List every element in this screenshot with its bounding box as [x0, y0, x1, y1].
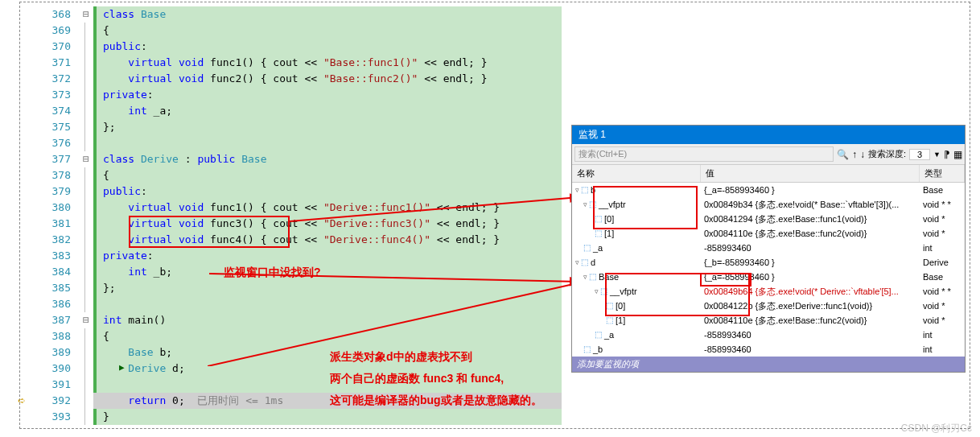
watch-name: b [591, 183, 595, 197]
line-number: 371 [31, 55, 71, 71]
watch-type: void * * [920, 284, 965, 299]
fold-bar [84, 409, 93, 425]
watch-type: Derive [920, 255, 965, 270]
code-line[interactable]: { [100, 23, 562, 39]
watermark: CSDN @利刃Cc [901, 422, 972, 435]
line-number: 373 [31, 87, 71, 103]
watch-row[interactable]: ⬚[1]0x0084110e {多态.exe!Base::func2(void)… [572, 226, 965, 241]
fold-bar [84, 296, 93, 312]
code-line[interactable]: class Base [100, 6, 562, 23]
code-line[interactable] [100, 296, 562, 312]
code-line[interactable]: virtual void func1() { cout << "Base::fu… [100, 55, 562, 71]
line-number: 390 [31, 361, 71, 377]
watch-value: 0x0084122b {多态.exe!Derive::func1(void)} [701, 299, 920, 313]
code-line[interactable]: }; [100, 119, 562, 135]
watch-row[interactable]: ⬚_b-858993460int [572, 342, 965, 357]
watch-name: [0] [616, 299, 625, 313]
depth-input[interactable] [909, 149, 930, 160]
watch-name: [1] [616, 313, 625, 328]
watch-type: void * [920, 313, 965, 328]
expand-icon[interactable]: ▿ [595, 284, 599, 299]
watch-type: int [920, 328, 965, 342]
code-line[interactable]: class Derive : public Base [100, 151, 562, 167]
watch-row[interactable]: ▿⬚__vfptr0x00849b34 {多态.exe!void(* Base:… [572, 197, 965, 212]
cube-icon: ⬚ [583, 241, 591, 255]
watch-name: Base [599, 270, 619, 284]
next-icon[interactable]: ↓ [860, 149, 865, 160]
code-line[interactable]: int _b; [100, 264, 562, 280]
code-line[interactable]: } [100, 409, 562, 425]
code-line[interactable]: { [100, 328, 562, 344]
expand-icon[interactable]: ▿ [583, 197, 587, 212]
watch-row[interactable]: ▿⬚d{_b=-858993460 }Derive [572, 255, 965, 270]
col-name[interactable]: 名称 [572, 165, 701, 182]
watch-footer[interactable]: 添加要监视的项 [572, 357, 965, 372]
code-line[interactable] [100, 135, 562, 151]
watch-row[interactable]: ▿⬚__vfptr0x00849b64 {多态.exe!void(* Deriv… [572, 284, 965, 299]
code-line[interactable]: virtual void func3() { cout << "Derive::… [100, 216, 562, 232]
watch-type: int [920, 342, 965, 357]
line-number-gutter: 3683693703713723733743753763773783793803… [31, 6, 79, 425]
watch-row[interactable]: ▿⬚Base{_a=-858993460 }Base [572, 270, 965, 284]
code-line[interactable]: private: [100, 87, 562, 103]
code-line[interactable]: }; [100, 280, 562, 296]
toolbar-icon[interactable]: ▦ [953, 149, 962, 160]
line-number: 388 [31, 328, 71, 344]
prev-icon[interactable]: ↑ [852, 149, 857, 160]
watch-name: _a [593, 241, 603, 255]
watch-name: [1] [604, 226, 614, 241]
watch-row[interactable]: ⬚_a-858993460int [572, 241, 965, 255]
watch-type: Base [920, 270, 965, 284]
watch-row[interactable]: ⬚[1]0x0084110e {多态.exe!Base::func2(void)… [572, 313, 965, 328]
watch-row[interactable]: ⬚_a-858993460int [572, 328, 965, 342]
fold-bar [84, 280, 93, 296]
line-number: 389 [31, 344, 71, 361]
cube-icon: ⬚ [589, 270, 596, 284]
cube-icon: ⬚ [583, 342, 591, 357]
code-line[interactable]: public: [100, 183, 562, 200]
code-line[interactable]: virtual void func4() { cout << "Derive::… [100, 232, 562, 248]
code-area[interactable]: class Base{public: virtual void func1() … [93, 6, 562, 425]
col-value[interactable]: 值 [701, 165, 920, 182]
expand-icon[interactable]: ▿ [575, 255, 579, 270]
search-icon[interactable]: 🔍 [837, 149, 849, 160]
line-number: 391 [31, 377, 71, 393]
cube-icon: ⬚ [581, 183, 588, 197]
watch-search-input[interactable]: 搜索(Ctrl+E) [574, 146, 834, 162]
watch-name: __vfptr [599, 197, 626, 212]
code-line[interactable]: private: [100, 248, 562, 264]
fold-column[interactable]: ⊟⊟⊟ [79, 6, 93, 425]
watch-value: {_a=-858993460 } [701, 183, 920, 197]
watch-row[interactable]: ⬚[0]0x0084122b {多态.exe!Derive::func1(voi… [572, 299, 965, 313]
fold-toggle[interactable]: ⊟ [79, 6, 93, 23]
line-number: 385 [31, 280, 71, 296]
watch-value: -858993460 [701, 328, 920, 342]
watch-row[interactable]: ▿⬚b{_a=-858993460 }Base [572, 183, 965, 197]
code-line[interactable]: virtual void func2() { cout << "Base::fu… [100, 71, 562, 87]
toolbar-icon[interactable]: ⁋ [944, 149, 950, 160]
watch-type: Base [920, 183, 965, 197]
col-type[interactable]: 类型 [920, 165, 965, 182]
fold-bar [84, 232, 93, 248]
watch-value: {_a=-858993460 } [701, 270, 920, 284]
fold-bar [84, 167, 93, 183]
code-line[interactable]: { [100, 167, 562, 183]
code-line[interactable]: public: [100, 39, 562, 55]
code-line[interactable]: virtual void func1() { cout << "Derive::… [100, 200, 562, 216]
line-number: 383 [31, 248, 71, 264]
expand-icon[interactable]: ▿ [575, 183, 579, 197]
code-line[interactable]: int main() [100, 312, 562, 328]
line-number: 377 [31, 151, 71, 167]
code-line[interactable]: int _a; [100, 103, 562, 119]
fold-toggle[interactable]: ⊟ [79, 151, 93, 167]
watch-row[interactable]: ⬚[0]0x00841294 {多态.exe!Base::func1(void)… [572, 212, 965, 226]
fold-bar [84, 344, 93, 361]
fold-toggle[interactable]: ⊟ [79, 312, 93, 328]
watch-type: void * [920, 212, 965, 226]
expand-icon[interactable]: ▿ [583, 270, 587, 284]
line-number: 372 [31, 71, 71, 87]
watch-name: _b [593, 342, 603, 357]
line-number: 374 [31, 103, 71, 119]
line-number: 375 [31, 119, 71, 135]
current-line-arrow-icon: ➪ [18, 393, 26, 408]
